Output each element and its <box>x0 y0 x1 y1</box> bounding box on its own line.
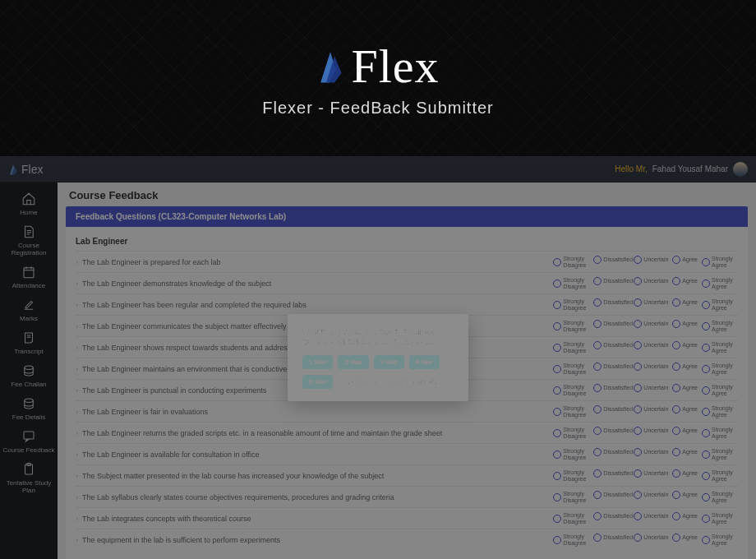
radio-option[interactable]: Agree <box>672 405 698 413</box>
radio-icon <box>593 341 602 349</box>
radio-option[interactable]: Strongly Agree <box>702 512 738 524</box>
sidebar-item-course-registration[interactable]: Course Registration <box>0 220 58 261</box>
radio-option[interactable]: Strongly Agree <box>702 427 738 439</box>
radio-option[interactable]: Agree <box>672 534 698 542</box>
radio-option[interactable]: Agree <box>672 491 698 499</box>
radio-option[interactable]: Uncertain <box>634 298 668 307</box>
sidebar-item-fee-details[interactable]: Fee Details <box>0 392 58 425</box>
radio-option[interactable]: Strongly Agree <box>702 405 738 418</box>
sidebar-item-home[interactable]: Home <box>0 187 58 220</box>
question-row: ›The Lab Engineer maintains an environme… <box>76 358 738 379</box>
radio-option[interactable]: Uncertain <box>634 341 668 349</box>
radio-option[interactable]: Uncertain <box>634 320 668 328</box>
radio-option[interactable]: Agree <box>672 277 698 285</box>
edit-icon <box>21 298 36 312</box>
radio-option[interactable]: Dissatisfied <box>593 427 629 435</box>
sidebar-item-course-feedback[interactable]: Course Feedback <box>0 425 58 458</box>
radio-option[interactable]: Dissatisfied <box>593 534 629 542</box>
radio-option[interactable]: Uncertain <box>634 427 668 435</box>
chevron-right-icon: › <box>76 515 78 523</box>
option-label: Dissatisfied <box>603 449 629 455</box>
radio-option[interactable]: Strongly Agree <box>702 320 738 332</box>
radio-option[interactable]: Dissatisfied <box>593 320 629 328</box>
radio-option[interactable]: Strongly Agree <box>702 256 738 268</box>
radio-option[interactable]: Agree <box>672 298 698 307</box>
option-label: Strongly Disagree <box>563 491 589 503</box>
radio-option[interactable]: Agree <box>672 363 698 371</box>
radio-option[interactable]: Agree <box>672 427 698 435</box>
radio-icon <box>672 534 680 542</box>
radio-option[interactable]: Strongly Disagree <box>553 320 589 332</box>
radio-option[interactable]: Agree <box>672 256 698 264</box>
topbar-user[interactable]: Hello Mr, Fahad Yousaf Mahar <box>615 162 748 177</box>
radio-option[interactable]: Uncertain <box>634 405 668 413</box>
radio-option[interactable]: Dissatisfied <box>593 298 629 307</box>
radio-icon <box>634 448 642 456</box>
radio-option[interactable]: Strongly Disagree <box>553 534 589 546</box>
radio-option[interactable]: Agree <box>672 448 698 456</box>
radio-option[interactable]: Strongly Disagree <box>553 448 589 460</box>
radio-option[interactable]: Dissatisfied <box>593 384 629 392</box>
radio-option[interactable]: Strongly Disagree <box>553 384 589 396</box>
radio-option[interactable]: Dissatisfied <box>593 341 629 349</box>
question-text: The Lab Engineer returns the graded scri… <box>82 429 553 437</box>
radio-option[interactable]: Strongly Agree <box>702 341 738 353</box>
radio-option[interactable]: Strongly Agree <box>702 277 738 289</box>
radio-icon <box>634 363 642 371</box>
option-label: Uncertain <box>643 513 668 520</box>
radio-option[interactable]: Strongly Disagree <box>553 298 589 311</box>
radio-option[interactable]: Strongly Disagree <box>553 256 589 268</box>
option-label: Strongly Agree <box>712 384 738 396</box>
avatar[interactable] <box>733 162 748 177</box>
radio-option[interactable]: Uncertain <box>634 256 668 264</box>
radio-option[interactable]: Agree <box>672 384 698 392</box>
radio-option[interactable]: Dissatisfied <box>593 363 629 371</box>
radio-icon <box>553 322 561 330</box>
radio-option[interactable]: Strongly Agree <box>702 384 738 396</box>
radio-option[interactable]: Strongly Agree <box>702 448 738 460</box>
radio-option[interactable]: Dissatisfied <box>593 491 629 499</box>
option-label: Strongly Disagree <box>563 256 589 268</box>
radio-option[interactable]: Uncertain <box>634 277 668 285</box>
radio-option[interactable]: Strongly Agree <box>702 363 738 375</box>
radio-option[interactable]: Agree <box>672 341 698 349</box>
radio-option[interactable]: Dissatisfied <box>593 469 629 478</box>
radio-option[interactable]: Strongly Disagree <box>553 363 589 375</box>
radio-option[interactable]: Strongly Disagree <box>553 469 589 482</box>
radio-option[interactable]: Agree <box>672 469 698 478</box>
radio-option[interactable]: Strongly Agree <box>702 534 738 546</box>
panel-body: Lab Engineer ›The Lab Engineer is prepar… <box>66 227 748 559</box>
radio-option[interactable]: Strongly Disagree <box>553 341 589 353</box>
sidebar-item-tentative-study-plan[interactable]: Tentative Study Plan <box>0 458 58 498</box>
radio-option[interactable]: Strongly Disagree <box>553 277 589 289</box>
radio-option[interactable]: Uncertain <box>634 363 668 371</box>
sidebar-item-marks[interactable]: Marks <box>0 293 58 326</box>
topbar-logo[interactable]: Flex <box>8 163 43 176</box>
radio-option[interactable]: Uncertain <box>634 534 668 542</box>
radio-option[interactable]: Uncertain <box>634 469 668 478</box>
radio-option[interactable]: Strongly Agree <box>702 298 738 311</box>
radio-option[interactable]: Dissatisfied <box>593 512 629 520</box>
radio-option[interactable]: Strongly Disagree <box>553 491 589 503</box>
radio-option[interactable]: Strongly Disagree <box>553 512 589 524</box>
radio-option[interactable]: Uncertain <box>634 512 668 520</box>
sidebar-item-fee-challan[interactable]: Fee Challan <box>0 359 58 392</box>
option-label: Strongly Disagree <box>563 298 589 311</box>
radio-option[interactable]: Dissatisfied <box>593 405 629 413</box>
radio-option[interactable]: Dissatisfied <box>593 448 629 456</box>
sidebar-item-transcript[interactable]: Transcript <box>0 326 58 359</box>
radio-option[interactable]: Strongly Disagree <box>553 427 589 439</box>
clipboard-icon <box>21 462 36 477</box>
radio-option[interactable]: Strongly Agree <box>702 469 738 482</box>
radio-option[interactable]: Uncertain <box>634 491 668 499</box>
radio-option[interactable]: Strongly Disagree <box>553 405 589 418</box>
radio-option[interactable]: Uncertain <box>634 448 668 456</box>
radio-option[interactable]: Uncertain <box>634 384 668 392</box>
radio-option[interactable]: Dissatisfied <box>593 277 629 285</box>
sidebar-item-attendance[interactable]: Attendance <box>0 261 58 293</box>
radio-option[interactable]: Agree <box>672 320 698 328</box>
radio-option[interactable]: Agree <box>672 512 698 520</box>
radio-option[interactable]: Dissatisfied <box>593 256 629 264</box>
radio-option[interactable]: Strongly Agree <box>702 491 738 503</box>
option-label: Strongly Disagree <box>563 341 589 353</box>
